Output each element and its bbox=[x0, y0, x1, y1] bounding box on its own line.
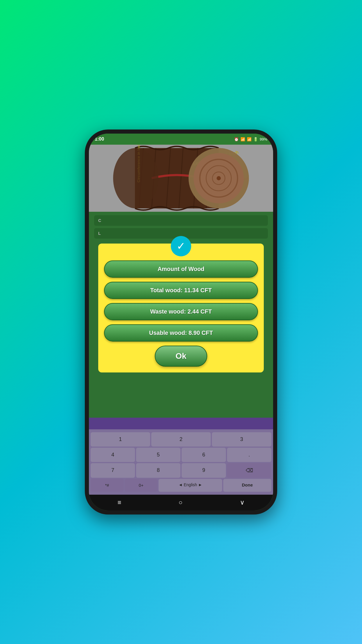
waste-wood-display: Waste wood: 2.44 CFT bbox=[104, 303, 258, 320]
status-icons: ⏰ 📶 📶 🔋 99% bbox=[234, 137, 267, 141]
modal-title: Amount of Wood bbox=[104, 260, 258, 278]
modal-overlay: ✓ Amount of Wood Total wood: 11.34 CFT W… bbox=[89, 145, 273, 495]
total-wood-display: Total wood: 11.34 CFT bbox=[104, 282, 258, 299]
check-circle: ✓ bbox=[171, 236, 191, 256]
alarm-icon: ⏰ bbox=[234, 137, 239, 141]
nav-bar: ≡ ○ ∨ bbox=[89, 495, 273, 510]
phone-screen: 1:00 ⏰ 📶 📶 🔋 99% bbox=[89, 134, 273, 510]
check-icon: ✓ bbox=[177, 241, 185, 251]
battery-percent: 99% bbox=[260, 137, 267, 141]
signal-icon-1: 📶 bbox=[240, 137, 245, 141]
result-modal: ✓ Amount of Wood Total wood: 11.34 CFT W… bbox=[98, 244, 264, 372]
phone-device: 1:00 ⏰ 📶 📶 🔋 99% bbox=[85, 130, 277, 514]
back-icon[interactable]: ∨ bbox=[240, 499, 245, 506]
app-content: Length in Feet & Inch Circumference in I… bbox=[89, 145, 273, 495]
status-time: 1:00 bbox=[95, 136, 104, 142]
home-icon[interactable]: ○ bbox=[179, 499, 182, 506]
signal-icon-2: 📶 bbox=[247, 137, 252, 141]
usable-wood-display: Usable wood: 8.90 CFT bbox=[104, 324, 258, 342]
menu-icon[interactable]: ≡ bbox=[117, 499, 121, 506]
ok-button[interactable]: Ok bbox=[155, 346, 207, 367]
status-bar: 1:00 ⏰ 📶 📶 🔋 99% bbox=[89, 134, 273, 145]
battery-icon: 🔋 bbox=[253, 137, 258, 141]
